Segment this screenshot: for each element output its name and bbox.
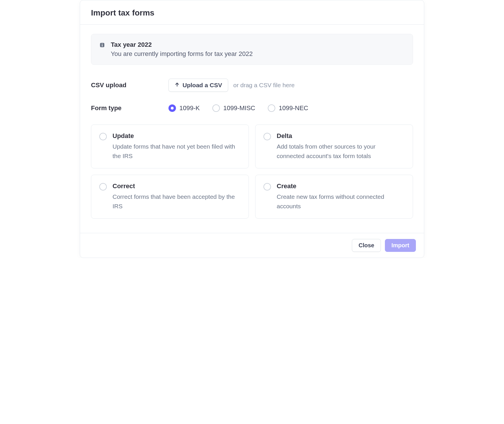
info-icon [99, 42, 105, 48]
option-title: Update [113, 132, 241, 140]
radio-icon [168, 104, 176, 112]
radio-label: 1099-MISC [223, 104, 255, 112]
upload-arrow-icon [175, 82, 180, 89]
radio-icon [212, 104, 220, 112]
option-title: Correct [113, 182, 241, 190]
option-title: Create [277, 182, 405, 190]
option-title: Delta [277, 132, 405, 140]
csv-upload-controls[interactable]: Upload a CSV or drag a CSV file here [168, 79, 413, 92]
import-tax-forms-modal: Import tax forms Tax year 2022 You are c… [80, 0, 424, 258]
option-text: Update Update forms that have not yet be… [113, 132, 241, 161]
modal-header: Import tax forms [80, 0, 424, 25]
banner-title: Tax year 2022 [111, 41, 253, 48]
radio-icon [263, 133, 271, 140]
radio-label: 1099-NEC [279, 104, 308, 112]
form-type-option-1099-nec[interactable]: 1099-NEC [268, 104, 308, 112]
option-desc: Add totals from other sources to your co… [277, 142, 405, 161]
tax-year-banner: Tax year 2022 You are currently importin… [91, 34, 413, 65]
banner-text: Tax year 2022 You are currently importin… [111, 41, 253, 58]
modal-title: Import tax forms [91, 8, 413, 17]
radio-icon [268, 104, 275, 112]
close-button[interactable]: Close [352, 239, 381, 252]
import-button[interactable]: Import [385, 239, 416, 252]
radio-icon [99, 133, 107, 140]
drag-hint: or drag a CSV file here [233, 82, 295, 89]
option-desc: Create new tax forms without connected a… [277, 192, 405, 211]
upload-button-label: Upload a CSV [183, 82, 222, 89]
option-text: Delta Add totals from other sources to y… [277, 132, 405, 161]
svg-rect-1 [102, 44, 103, 44]
modal-body: Tax year 2022 You are currently importin… [80, 25, 424, 233]
import-mode-grid: Update Update forms that have not yet be… [91, 125, 413, 219]
form-type-label: Form type [91, 104, 168, 112]
option-text: Create Create new tax forms without conn… [277, 182, 405, 211]
banner-subtitle: You are currently importing forms for ta… [111, 50, 253, 58]
radio-icon [263, 183, 271, 190]
form-type-option-1099-k[interactable]: 1099-K [168, 104, 200, 112]
form-type-radio-group: 1099-K 1099-MISC 1099-NEC [168, 104, 308, 112]
radio-label: 1099-K [179, 104, 200, 112]
mode-option-correct[interactable]: Correct Correct forms that have been acc… [91, 175, 249, 219]
option-text: Correct Correct forms that have been acc… [113, 182, 241, 211]
modal-footer: Close Import [80, 233, 424, 258]
option-desc: Update forms that have not yet been file… [113, 142, 241, 161]
mode-option-delta[interactable]: Delta Add totals from other sources to y… [255, 125, 413, 168]
option-desc: Correct forms that have been accepted by… [113, 192, 241, 211]
form-type-option-1099-misc[interactable]: 1099-MISC [212, 104, 255, 112]
form-type-row: Form type 1099-K 1099-MISC 1099-NEC [91, 104, 413, 112]
upload-csv-button[interactable]: Upload a CSV [168, 79, 228, 92]
mode-option-create[interactable]: Create Create new tax forms without conn… [255, 175, 413, 219]
csv-upload-row: CSV upload Upload a CSV or drag a CSV fi… [91, 79, 413, 92]
mode-option-update[interactable]: Update Update forms that have not yet be… [91, 125, 249, 168]
csv-upload-label: CSV upload [91, 81, 168, 89]
svg-rect-2 [102, 45, 103, 46]
radio-icon [99, 183, 107, 190]
